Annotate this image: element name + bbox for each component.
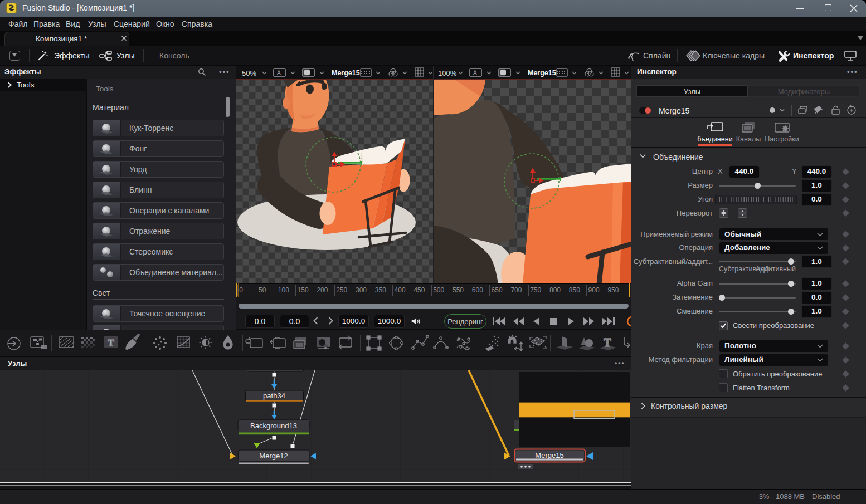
svg-text:Background13: Background13 [250,422,297,430]
svg-text:T: T [108,337,114,348]
svg-text:T: T [604,336,611,349]
svg-text:path34: path34 [263,392,285,400]
svg-text:Merge15: Merge15 [535,451,563,459]
svg-text:Merge12: Merge12 [259,452,288,460]
